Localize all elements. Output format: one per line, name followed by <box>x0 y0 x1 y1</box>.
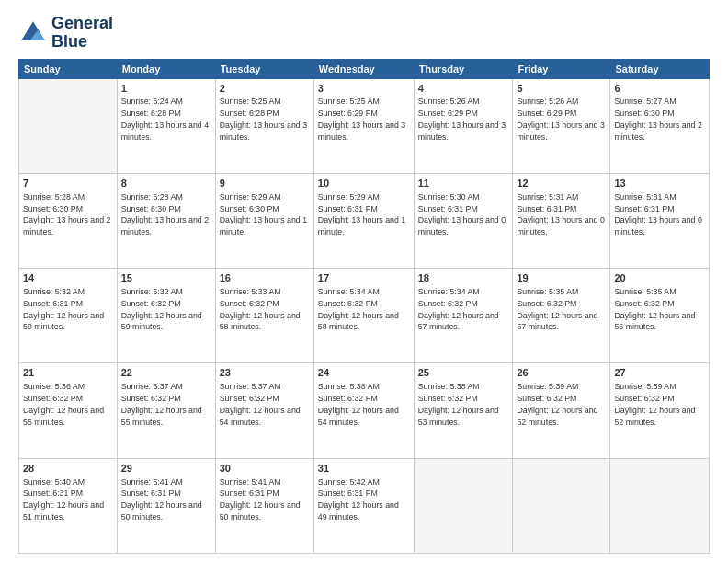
day-number: 22 <box>121 366 211 380</box>
day-cell: 12 Sunrise: 5:31 AMSunset: 6:31 PMDaylig… <box>513 173 610 268</box>
day-number: 20 <box>614 271 705 285</box>
day-cell: 19 Sunrise: 5:35 AMSunset: 6:32 PMDaylig… <box>513 269 610 363</box>
day-cell: 24 Sunrise: 5:38 AMSunset: 6:32 PMDaylig… <box>313 363 414 458</box>
day-info: Sunrise: 5:28 AMSunset: 6:30 PMDaylight:… <box>121 192 209 236</box>
day-number: 11 <box>418 177 509 190</box>
col-header-thursday: Thursday <box>414 59 513 78</box>
day-info: Sunrise: 5:30 AMSunset: 6:31 PMDaylight:… <box>418 192 506 236</box>
day-number: 9 <box>220 177 310 190</box>
week-row-2: 7 Sunrise: 5:28 AMSunset: 6:30 PMDayligh… <box>19 173 710 268</box>
day-info: Sunrise: 5:31 AMSunset: 6:31 PMDaylight:… <box>517 192 604 236</box>
day-info: Sunrise: 5:32 AMSunset: 6:32 PMDaylight:… <box>121 287 202 331</box>
day-cell: 10 Sunrise: 5:29 AMSunset: 6:31 PMDaylig… <box>313 173 414 268</box>
day-cell: 3 Sunrise: 5:25 AMSunset: 6:29 PMDayligh… <box>313 78 414 173</box>
day-number: 8 <box>121 177 211 190</box>
col-header-wednesday: Wednesday <box>313 59 414 78</box>
day-info: Sunrise: 5:41 AMSunset: 6:31 PMDaylight:… <box>121 477 202 522</box>
day-cell: 6 Sunrise: 5:27 AMSunset: 6:30 PMDayligh… <box>610 78 710 173</box>
logo: General Blue <box>18 15 113 52</box>
day-info: Sunrise: 5:25 AMSunset: 6:28 PMDaylight:… <box>220 97 307 141</box>
day-info: Sunrise: 5:40 AMSunset: 6:31 PMDaylight:… <box>23 477 104 522</box>
day-info: Sunrise: 5:32 AMSunset: 6:31 PMDaylight:… <box>23 287 104 331</box>
day-info: Sunrise: 5:39 AMSunset: 6:32 PMDaylight:… <box>614 382 695 426</box>
day-number: 18 <box>418 271 509 285</box>
day-info: Sunrise: 5:29 AMSunset: 6:30 PMDaylight:… <box>220 192 307 236</box>
day-info: Sunrise: 5:37 AMSunset: 6:32 PMDaylight:… <box>121 382 202 426</box>
day-cell: 21 Sunrise: 5:36 AMSunset: 6:32 PMDaylig… <box>19 363 118 458</box>
day-info: Sunrise: 5:42 AMSunset: 6:31 PMDaylight:… <box>318 477 399 522</box>
day-info: Sunrise: 5:27 AMSunset: 6:30 PMDaylight:… <box>614 97 701 141</box>
week-row-4: 21 Sunrise: 5:36 AMSunset: 6:32 PMDaylig… <box>19 363 710 458</box>
day-info: Sunrise: 5:26 AMSunset: 6:29 PMDaylight:… <box>418 97 506 141</box>
day-info: Sunrise: 5:38 AMSunset: 6:32 PMDaylight:… <box>418 382 499 426</box>
day-cell: 7 Sunrise: 5:28 AMSunset: 6:30 PMDayligh… <box>19 173 118 268</box>
day-cell: 2 Sunrise: 5:25 AMSunset: 6:28 PMDayligh… <box>215 78 313 173</box>
day-info: Sunrise: 5:26 AMSunset: 6:29 PMDaylight:… <box>517 97 604 141</box>
day-number: 28 <box>23 462 113 476</box>
day-info: Sunrise: 5:33 AMSunset: 6:32 PMDaylight:… <box>220 287 301 331</box>
week-row-3: 14 Sunrise: 5:32 AMSunset: 6:31 PMDaylig… <box>19 269 710 363</box>
day-number: 16 <box>220 271 310 285</box>
day-cell <box>513 458 610 553</box>
day-number: 26 <box>517 366 606 380</box>
header: General Blue <box>18 15 710 52</box>
day-number: 19 <box>517 271 606 285</box>
logo-icon <box>18 18 48 48</box>
day-cell: 18 Sunrise: 5:34 AMSunset: 6:32 PMDaylig… <box>414 269 513 363</box>
day-info: Sunrise: 5:29 AMSunset: 6:31 PMDaylight:… <box>318 192 405 236</box>
day-number: 17 <box>318 271 410 285</box>
calendar-header-row: SundayMondayTuesdayWednesdayThursdayFrid… <box>19 59 710 78</box>
day-cell: 8 Sunrise: 5:28 AMSunset: 6:30 PMDayligh… <box>117 173 215 268</box>
week-row-1: 1 Sunrise: 5:24 AMSunset: 6:28 PMDayligh… <box>19 78 710 173</box>
col-header-monday: Monday <box>117 59 215 78</box>
day-info: Sunrise: 5:38 AMSunset: 6:32 PMDaylight:… <box>318 382 399 426</box>
day-cell: 13 Sunrise: 5:31 AMSunset: 6:31 PMDaylig… <box>610 173 710 268</box>
day-cell: 20 Sunrise: 5:35 AMSunset: 6:32 PMDaylig… <box>610 269 710 363</box>
day-info: Sunrise: 5:34 AMSunset: 6:32 PMDaylight:… <box>418 287 499 331</box>
day-number: 23 <box>220 366 310 380</box>
day-number: 4 <box>418 82 509 96</box>
day-cell: 16 Sunrise: 5:33 AMSunset: 6:32 PMDaylig… <box>215 269 313 363</box>
day-cell <box>610 458 710 553</box>
day-number: 3 <box>318 82 410 96</box>
day-number: 10 <box>318 177 410 190</box>
day-info: Sunrise: 5:24 AMSunset: 6:28 PMDaylight:… <box>121 97 209 141</box>
page: General Blue SundayMondayTuesdayWednesda… <box>0 0 728 563</box>
day-cell: 22 Sunrise: 5:37 AMSunset: 6:32 PMDaylig… <box>117 363 215 458</box>
day-info: Sunrise: 5:31 AMSunset: 6:31 PMDaylight:… <box>614 192 701 236</box>
day-number: 27 <box>614 366 705 380</box>
day-number: 5 <box>517 82 606 96</box>
day-number: 13 <box>614 177 705 190</box>
day-number: 12 <box>517 177 606 190</box>
day-cell: 9 Sunrise: 5:29 AMSunset: 6:30 PMDayligh… <box>215 173 313 268</box>
week-row-5: 28 Sunrise: 5:40 AMSunset: 6:31 PMDaylig… <box>19 458 710 553</box>
day-info: Sunrise: 5:34 AMSunset: 6:32 PMDaylight:… <box>318 287 399 331</box>
day-number: 29 <box>121 462 211 476</box>
day-info: Sunrise: 5:25 AMSunset: 6:29 PMDaylight:… <box>318 97 405 141</box>
day-number: 1 <box>121 82 211 96</box>
day-number: 15 <box>121 271 211 285</box>
day-number: 21 <box>23 366 113 380</box>
col-header-sunday: Sunday <box>19 59 118 78</box>
day-cell: 26 Sunrise: 5:39 AMSunset: 6:32 PMDaylig… <box>513 363 610 458</box>
day-number: 2 <box>220 82 310 96</box>
day-cell: 25 Sunrise: 5:38 AMSunset: 6:32 PMDaylig… <box>414 363 513 458</box>
col-header-friday: Friday <box>513 59 610 78</box>
day-cell: 27 Sunrise: 5:39 AMSunset: 6:32 PMDaylig… <box>610 363 710 458</box>
day-cell: 28 Sunrise: 5:40 AMSunset: 6:31 PMDaylig… <box>19 458 118 553</box>
day-info: Sunrise: 5:28 AMSunset: 6:30 PMDaylight:… <box>23 192 110 236</box>
day-info: Sunrise: 5:37 AMSunset: 6:32 PMDaylight:… <box>220 382 301 426</box>
day-cell: 11 Sunrise: 5:30 AMSunset: 6:31 PMDaylig… <box>414 173 513 268</box>
day-cell: 31 Sunrise: 5:42 AMSunset: 6:31 PMDaylig… <box>313 458 414 553</box>
day-number: 30 <box>220 462 310 476</box>
day-number: 31 <box>318 462 410 476</box>
day-cell: 29 Sunrise: 5:41 AMSunset: 6:31 PMDaylig… <box>117 458 215 553</box>
day-cell <box>19 78 118 173</box>
day-cell: 30 Sunrise: 5:41 AMSunset: 6:31 PMDaylig… <box>215 458 313 553</box>
day-number: 24 <box>318 366 410 380</box>
col-header-tuesday: Tuesday <box>215 59 313 78</box>
day-cell <box>414 458 513 553</box>
logo-text: General Blue <box>51 15 113 52</box>
day-info: Sunrise: 5:39 AMSunset: 6:32 PMDaylight:… <box>517 382 597 426</box>
day-cell: 15 Sunrise: 5:32 AMSunset: 6:32 PMDaylig… <box>117 269 215 363</box>
